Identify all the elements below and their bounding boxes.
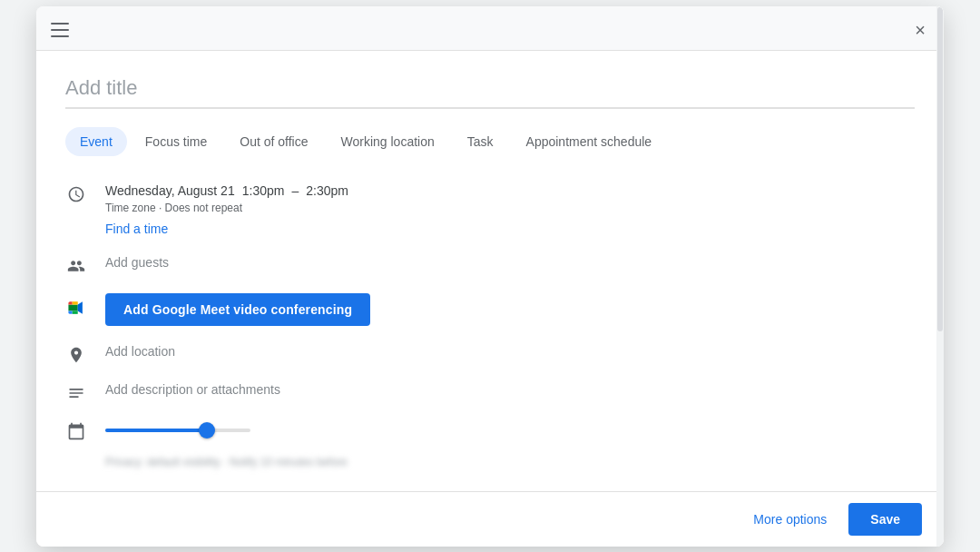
datetime-content: Wednesday, August 21 1:30pm – 2:30pm Tim… [105,183,915,237]
event-time-start[interactable]: 1:30pm [242,183,285,198]
title-input[interactable] [65,73,915,109]
content-area: Wednesday, August 21 1:30pm – 2:30pm Tim… [65,174,915,491]
calendar-row [65,411,915,449]
modal-body: Event Focus time Out of office Working l… [36,51,944,491]
repeat-label[interactable]: Does not repeat [165,202,242,214]
description-icon [65,384,87,402]
meet-content: Add Google Meet video conferencing [105,293,915,326]
close-icon[interactable]: × [911,17,929,43]
slider-thumb[interactable] [199,422,215,439]
event-date[interactable]: Wednesday, August 21 [105,183,235,198]
tab-focus-time[interactable]: Focus time [131,127,221,156]
description-row: Add description or attachments [65,373,915,411]
modal-footer: More options Save [36,491,944,547]
timezone-label[interactable]: Time zone [105,202,156,214]
more-options-button[interactable]: More options [739,503,841,536]
add-guests-row: Add guests [65,246,915,284]
event-modal: × Event Focus time Out of office Working… [36,6,944,547]
scrollbar-thumb [937,7,943,331]
blur-text-container: Privacy: default visibility · Notify 10 … [65,449,915,477]
slider-container [105,429,250,432]
calendar-icon [65,422,87,440]
timezone-line: Time zone · Does not repeat [105,202,915,214]
privacy-text: Privacy: default visibility · Notify 10 … [105,456,348,468]
add-guests-content: Add guests [105,255,915,270]
meet-icon [65,295,87,320]
tab-appointment-schedule[interactable]: Appointment schedule [512,127,667,156]
location-content: Add location [105,344,915,359]
event-time-end[interactable]: 2:30pm [306,183,348,198]
tab-task[interactable]: Task [453,127,508,156]
guests-icon [65,257,87,275]
add-description-text[interactable]: Add description or attachments [105,382,915,397]
slider-fill [105,429,207,432]
tabs-row: Event Focus time Out of office Working l… [65,127,915,156]
slider-track[interactable] [105,429,250,432]
modal-header: × [36,6,944,51]
find-time-link[interactable]: Find a time [105,222,168,236]
add-location-text[interactable]: Add location [105,344,915,359]
add-guests-text[interactable]: Add guests [105,255,915,270]
save-button[interactable]: Save [848,503,922,536]
tab-out-of-office[interactable]: Out of office [225,127,322,156]
location-icon [65,346,87,364]
tab-working-location[interactable]: Working location [327,127,449,156]
clock-icon [65,185,87,203]
scrollbar[interactable] [936,6,944,547]
description-content: Add description or attachments [105,382,915,397]
hamburger-icon[interactable] [51,23,69,37]
add-meet-button[interactable]: Add Google Meet video conferencing [105,293,370,326]
location-row: Add location [65,335,915,373]
meet-row: Add Google Meet video conferencing [65,284,915,335]
datetime-row: Wednesday, August 21 1:30pm – 2:30pm Tim… [65,174,915,246]
dot-separator: · [159,202,165,214]
time-separator: – [291,183,299,198]
tab-event[interactable]: Event [65,127,127,156]
datetime-line: Wednesday, August 21 1:30pm – 2:30pm [105,183,915,198]
